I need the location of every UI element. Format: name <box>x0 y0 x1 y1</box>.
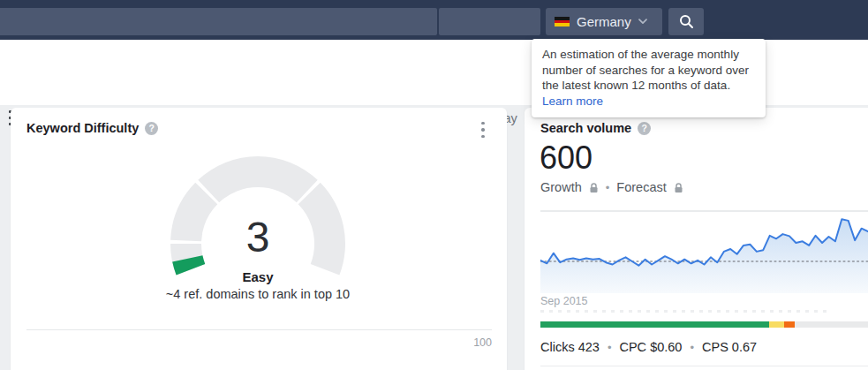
divider <box>26 329 492 330</box>
metric-clicks: Clicks 423 <box>540 340 600 354</box>
bullet-separator: • <box>690 341 694 354</box>
bar-segment <box>769 321 784 328</box>
bullet-separator: • <box>606 181 610 194</box>
search-icon <box>679 14 694 29</box>
search-volume-card: Search volume ? 600 Growth • Forecast Se… <box>525 108 868 370</box>
keyword-difficulty-title: Keyword Difficulty <box>26 121 139 135</box>
help-icon[interactable]: ? <box>638 122 651 135</box>
metric-cps: CPS 0.67 <box>702 340 757 354</box>
chart-x-axis-label: Sep 2015 <box>540 295 588 307</box>
germany-flag-icon <box>555 17 570 26</box>
tooltip-text: An estimation of the average monthly num… <box>542 48 749 92</box>
country-label: Germany <box>577 14 631 29</box>
bullet-separator: • <box>608 341 612 354</box>
kebab-menu-button[interactable] <box>477 121 489 139</box>
search-volume-chart[interactable] <box>540 210 868 293</box>
search-volume-value: 600 <box>540 140 593 177</box>
forecast-link[interactable]: Forecast <box>616 180 666 194</box>
difficulty-description: ~4 ref. domains to rank in top 10 <box>81 287 434 301</box>
metric-cpc: CPC $0.60 <box>619 340 682 354</box>
search-volume-tooltip: An estimation of the average monthly num… <box>532 39 766 117</box>
keyword-search-input[interactable] <box>0 8 437 35</box>
lock-icon <box>674 183 683 193</box>
bar-segment <box>784 321 795 328</box>
bar-segment <box>540 321 769 328</box>
top-navbar: Germany <box>0 0 868 40</box>
learn-more-link[interactable]: Learn more <box>542 94 603 108</box>
scale-max-label: 100 <box>473 336 492 349</box>
help-icon[interactable]: ? <box>145 122 158 135</box>
metrics-row: Clicks 423 • CPC $0.60 • CPS 0.67 <box>540 340 757 354</box>
search-button[interactable] <box>668 8 704 35</box>
lock-icon <box>589 183 599 193</box>
keyword-mode-button[interactable] <box>439 8 540 35</box>
bar-segment <box>795 321 868 328</box>
divider <box>540 366 868 366</box>
difficulty-value: 3 <box>170 213 346 261</box>
clicks-distribution-bar <box>540 321 868 328</box>
search-volume-title: Search volume <box>540 121 631 135</box>
growth-link[interactable]: Growth <box>540 180 582 194</box>
chevron-down-icon <box>638 19 647 25</box>
difficulty-label: Easy <box>170 269 346 284</box>
keyword-difficulty-card: Keyword Difficulty ? 3 Easy ~4 ref. doma… <box>11 108 507 370</box>
country-selector-button[interactable]: Germany <box>546 8 662 35</box>
chart-tick-marks <box>540 310 832 313</box>
growth-forecast-row: Growth • Forecast <box>540 180 683 194</box>
